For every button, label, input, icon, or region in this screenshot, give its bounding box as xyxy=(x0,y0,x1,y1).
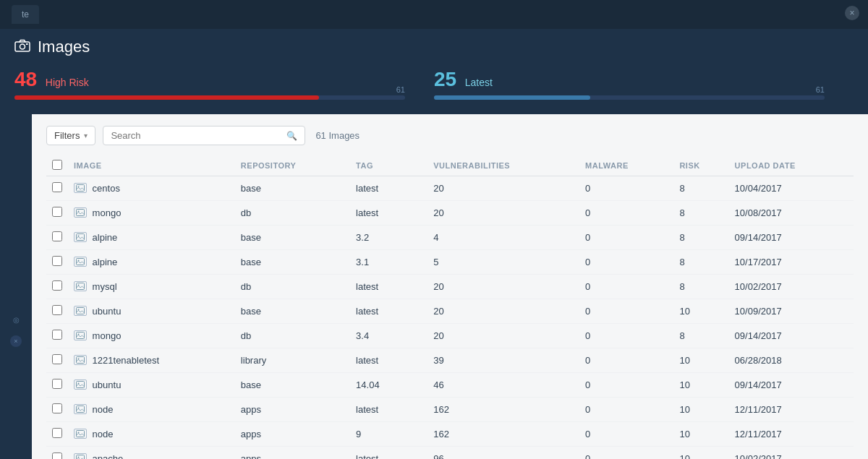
cell-risk: 10 xyxy=(673,299,728,324)
cell-repository: base xyxy=(235,226,350,250)
cell-image: centos xyxy=(68,176,235,201)
svg-rect-17 xyxy=(77,357,85,364)
cell-vulnerabilities: 5 xyxy=(427,250,579,275)
high-risk-progress-container: 61 xyxy=(14,95,405,100)
cell-risk: 10 xyxy=(673,398,728,422)
cell-image: mongo xyxy=(68,324,235,348)
image-icon xyxy=(74,453,87,459)
col-repository: REPOSITORY xyxy=(235,155,350,176)
filters-button[interactable]: Filters ▾ xyxy=(46,126,95,145)
image-icon xyxy=(74,257,87,267)
svg-rect-19 xyxy=(77,382,85,388)
cell-risk: 8 xyxy=(673,176,728,201)
high-risk-stat: 48 High Risk 61 xyxy=(14,68,434,103)
cell-image: node xyxy=(68,398,235,422)
row-checkbox-cell xyxy=(46,373,68,398)
cell-tag: latest xyxy=(350,299,427,324)
svg-rect-3 xyxy=(77,185,85,192)
row-checkbox-cell xyxy=(46,299,68,324)
row-checkbox[interactable] xyxy=(52,305,62,315)
tab-item[interactable]: te xyxy=(12,5,39,24)
row-checkbox[interactable] xyxy=(52,231,62,241)
table-row: node apps 9 162 0 10 12/11/2017 xyxy=(46,422,854,447)
row-checkbox[interactable] xyxy=(52,182,62,192)
row-checkbox[interactable] xyxy=(52,280,62,291)
cell-repository: base xyxy=(235,299,350,324)
cell-upload-date: 10/09/2017 xyxy=(729,299,854,324)
svg-rect-23 xyxy=(77,431,85,437)
row-checkbox[interactable] xyxy=(52,428,62,438)
row-checkbox[interactable] xyxy=(52,452,62,459)
app-layout: te × Images 48 High Risk xyxy=(0,0,868,459)
cell-image: alpine xyxy=(68,226,235,250)
cell-tag: 9 xyxy=(350,422,427,447)
sidebar-icon-1[interactable]: ◎ xyxy=(6,309,26,330)
col-tag: TAG xyxy=(350,155,427,176)
chevron-down-icon: ▾ xyxy=(84,132,88,140)
cell-malware: 0 xyxy=(579,176,673,201)
images-table: IMAGE REPOSITORY TAG VULNERABILITIES MAL… xyxy=(46,155,854,459)
cell-upload-date: 10/02/2017 xyxy=(729,447,854,460)
row-checkbox[interactable] xyxy=(52,207,62,217)
stats-row: 48 High Risk 61 25 Latest 61 xyxy=(14,68,854,114)
col-image: IMAGE xyxy=(68,155,235,176)
image-icon xyxy=(74,183,87,193)
select-all-checkbox[interactable] xyxy=(52,160,62,170)
window-close-button[interactable]: × xyxy=(845,6,859,20)
sidebar-close-button[interactable]: × xyxy=(10,335,22,347)
svg-rect-7 xyxy=(77,234,85,241)
latest-count: 25 xyxy=(434,68,456,90)
cell-vulnerabilities: 162 xyxy=(427,422,579,447)
cell-malware: 0 xyxy=(579,422,673,447)
cell-tag: 14.04 xyxy=(350,373,427,398)
cell-upload-date: 09/14/2017 xyxy=(729,324,854,348)
row-checkbox[interactable] xyxy=(52,330,62,340)
cell-vulnerabilities: 39 xyxy=(427,348,579,373)
cell-tag: latest xyxy=(350,348,427,373)
cell-tag: latest xyxy=(350,275,427,299)
row-checkbox[interactable] xyxy=(52,256,62,266)
svg-rect-2 xyxy=(26,43,28,45)
cell-vulnerabilities: 20 xyxy=(427,176,579,201)
cell-repository: base xyxy=(235,176,350,201)
svg-rect-11 xyxy=(77,283,85,290)
cell-malware: 0 xyxy=(579,373,673,398)
table-row: mongo db 3.4 20 0 8 09/14/2017 xyxy=(46,324,854,348)
images-count: 61 Images xyxy=(315,130,359,141)
svg-rect-13 xyxy=(77,308,85,314)
cell-repository: db xyxy=(235,275,350,299)
cell-malware: 0 xyxy=(579,275,673,299)
cell-upload-date: 12/11/2017 xyxy=(729,398,854,422)
cell-vulnerabilities: 20 xyxy=(427,324,579,348)
row-checkbox-cell xyxy=(46,348,68,373)
svg-rect-15 xyxy=(77,333,85,339)
svg-rect-9 xyxy=(77,259,85,265)
svg-point-1 xyxy=(20,44,25,49)
table-row: ubuntu base 14.04 46 0 10 09/14/2017 xyxy=(46,373,854,398)
cell-image: ubuntu xyxy=(68,373,235,398)
cell-upload-date: 10/17/2017 xyxy=(729,250,854,275)
header-checkbox-cell xyxy=(46,155,68,176)
cell-risk: 8 xyxy=(673,201,728,226)
cell-risk: 8 xyxy=(673,275,728,299)
cell-upload-date: 10/02/2017 xyxy=(729,275,854,299)
cell-vulnerabilities: 46 xyxy=(427,373,579,398)
col-vulnerabilities: VULNERABILITIES xyxy=(427,155,579,176)
latest-progress-fill xyxy=(434,95,590,100)
cell-risk: 8 xyxy=(673,226,728,250)
table-row: centos base latest 20 0 8 10/04/2017 xyxy=(46,176,854,201)
left-sidebar: ◎ × xyxy=(0,114,32,459)
table-row: mysql db latest 20 0 8 10/02/2017 xyxy=(46,275,854,299)
row-checkbox[interactable] xyxy=(52,354,62,364)
cell-tag: 3.1 xyxy=(350,250,427,275)
cell-risk: 10 xyxy=(673,348,728,373)
cell-risk: 10 xyxy=(673,373,728,398)
search-input[interactable] xyxy=(111,130,282,141)
cell-upload-date: 10/08/2017 xyxy=(729,201,854,226)
cell-image: 1221tenabletest xyxy=(68,348,235,373)
cell-risk: 10 xyxy=(673,447,728,460)
row-checkbox[interactable] xyxy=(52,379,62,389)
cell-upload-date: 12/11/2017 xyxy=(729,422,854,447)
row-checkbox[interactable] xyxy=(52,403,62,413)
cell-risk: 8 xyxy=(673,250,728,275)
